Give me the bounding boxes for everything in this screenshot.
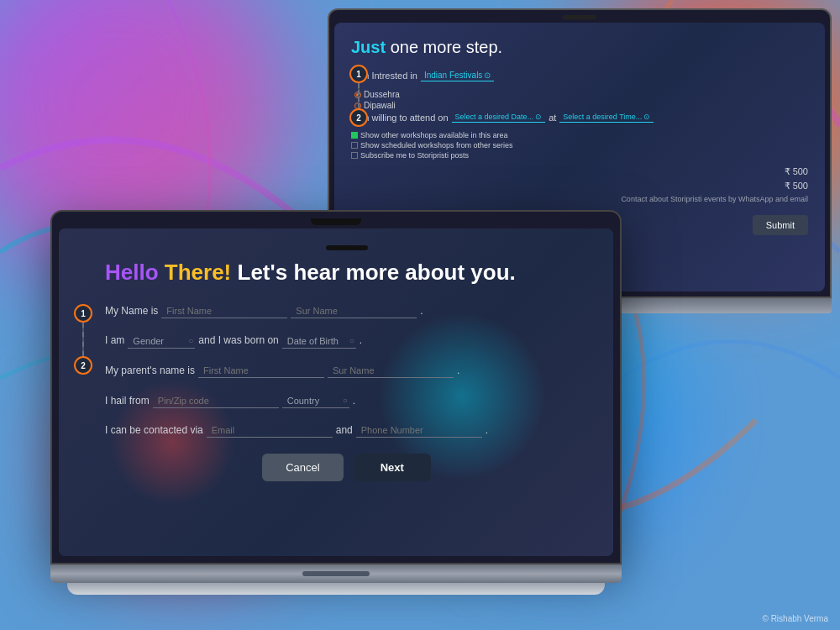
front-step-indicators: 1 2 bbox=[74, 304, 92, 375]
back-notch bbox=[563, 15, 596, 19]
laptop-front: 1 2 Hello There! Let's hear more about y… bbox=[50, 210, 622, 595]
camera-bar bbox=[326, 245, 368, 250]
front-step-line bbox=[82, 323, 84, 356]
phone-input[interactable] bbox=[356, 423, 482, 438]
checkbox-icon-1 bbox=[351, 132, 358, 139]
interest-row: I am Intrested in Indian Festivals ⊙ bbox=[351, 70, 808, 81]
back-step-2: 2 bbox=[349, 108, 368, 127]
dob-select[interactable]: Date of Birth bbox=[282, 334, 356, 349]
checkbox-3[interactable]: Subscribe me to Storipristi posts bbox=[351, 151, 808, 160]
front-step-2: 2 bbox=[74, 356, 92, 375]
pin-input[interactable] bbox=[153, 394, 279, 408]
contact-notice: Contact about Storipristi events by What… bbox=[351, 195, 808, 203]
price-row-2: ₹ 500 bbox=[351, 181, 808, 192]
country-wrapper: Country India USA bbox=[282, 394, 349, 408]
front-step-1: 1 bbox=[74, 304, 92, 323]
hail-row: I hail from Country India USA . bbox=[105, 392, 588, 411]
sur-name-input[interactable] bbox=[291, 304, 417, 318]
button-row: Cancel Next bbox=[105, 454, 588, 481]
radio-dussehra[interactable]: Dussehra bbox=[354, 90, 808, 99]
front-screen-outer: 1 2 Hello There! Let's hear more about y… bbox=[50, 210, 622, 564]
time-input[interactable]: Select a desired Time... ⊙ bbox=[559, 112, 654, 123]
cancel-button[interactable]: Cancel bbox=[262, 454, 343, 481]
radio-dipawali[interactable]: Dipawali bbox=[354, 101, 808, 110]
front-form-content: Hello There! Let's hear more about you. … bbox=[59, 228, 613, 495]
checkbox-2[interactable]: Show scheduled workshops from other seri… bbox=[351, 141, 808, 150]
country-select[interactable]: Country India USA bbox=[282, 394, 349, 408]
front-notch bbox=[311, 218, 361, 225]
checkbox-icon-2 bbox=[351, 142, 358, 149]
price-row-1: ₹ 500 bbox=[351, 166, 808, 177]
checkbox-1[interactable]: Show other workshops available in this a… bbox=[351, 131, 808, 139]
next-button[interactable]: Next bbox=[354, 454, 431, 481]
parent-first-input[interactable] bbox=[198, 364, 324, 378]
parent-row: My parent's name is . bbox=[105, 362, 588, 381]
gender-dob-row: I am Gender Male Female Other and I was … bbox=[105, 332, 588, 350]
back-step-indicators: 1 2 bbox=[349, 65, 368, 127]
gender-select[interactable]: Gender Male Female Other bbox=[128, 334, 195, 349]
submit-button[interactable]: Submit bbox=[753, 215, 808, 235]
watermark: © Rishabh Verma bbox=[762, 614, 828, 623]
date-input[interactable]: Select a desired Date... ⊙ bbox=[452, 112, 546, 123]
attend-row: I am willing to attend on Select a desir… bbox=[351, 112, 808, 123]
interest-input[interactable]: Indian Festivals ⊙ bbox=[421, 70, 494, 81]
checkbox-icon-3 bbox=[351, 152, 358, 159]
back-title: Just one more step. bbox=[351, 36, 808, 58]
radio-group: Dussehra Dipawali bbox=[354, 90, 808, 110]
front-title: Hello There! Let's hear more about you. bbox=[105, 259, 588, 287]
front-laptop-base bbox=[50, 564, 622, 583]
contact-row: I can be contacted via and . bbox=[105, 422, 588, 440]
base-notch bbox=[302, 571, 370, 576]
front-laptop-foot bbox=[67, 583, 605, 595]
back-step-line-1 bbox=[358, 83, 360, 108]
checkbox-group: Show other workshops available in this a… bbox=[351, 131, 808, 160]
gender-wrapper: Gender Male Female Other bbox=[128, 334, 195, 349]
email-input[interactable] bbox=[207, 423, 333, 438]
back-step-1: 1 bbox=[349, 65, 368, 83]
dob-wrapper: Date of Birth bbox=[282, 334, 356, 349]
parent-sur-input[interactable] bbox=[328, 364, 454, 378]
name-row: My Name is . bbox=[105, 302, 588, 321]
front-screen: 1 2 Hello There! Let's hear more about y… bbox=[59, 228, 613, 556]
first-name-input[interactable] bbox=[161, 304, 287, 318]
